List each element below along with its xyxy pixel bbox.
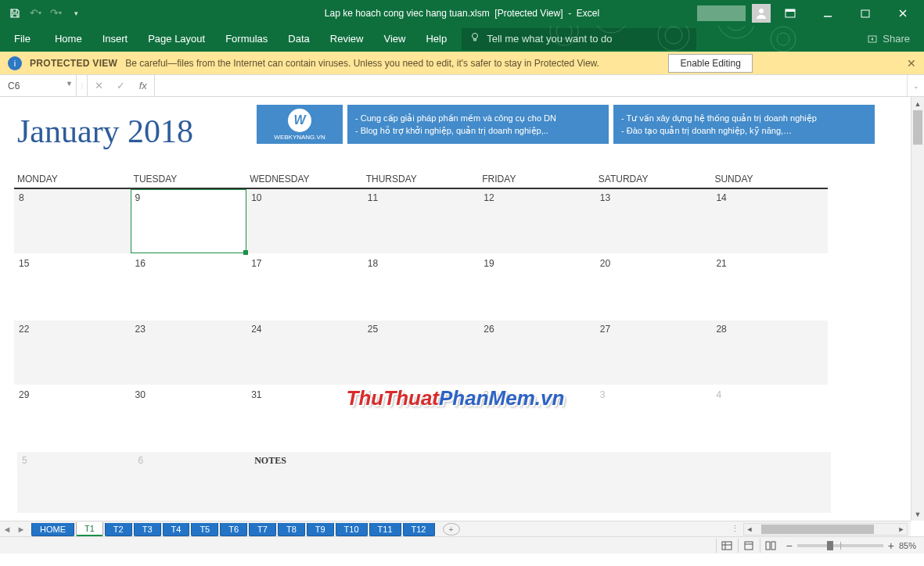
vertical-scrollbar[interactable]: ▲ ▼: [911, 97, 924, 521]
tell-me-search[interactable]: [462, 28, 696, 50]
zoom-level[interactable]: 85%: [899, 541, 916, 550]
close-button[interactable]: [885, 0, 921, 26]
calendar-cell[interactable]: 4: [711, 386, 828, 450]
name-box[interactable]: C6 ▼: [0, 75, 77, 96]
calendar-cell[interactable]: 15: [14, 255, 131, 319]
sheet-tab-home[interactable]: HOME: [31, 523, 74, 536]
calendar-cell[interactable]: 20: [595, 255, 712, 319]
sheet-tab[interactable]: T6: [220, 523, 247, 536]
zoom-thumb[interactable]: [827, 541, 833, 550]
sheet-tab[interactable]: T8: [278, 523, 305, 536]
scroll-right-button[interactable]: ►: [896, 525, 907, 533]
worksheet-content[interactable]: January 2018 W WEBKYNANG.VN - Cung cấp g…: [0, 97, 911, 521]
calendar-cell[interactable]: 1: [363, 386, 480, 450]
tell-me-input[interactable]: [487, 33, 689, 45]
notes-label[interactable]: NOTES: [250, 452, 831, 513]
calendar-cell[interactable]: 25: [363, 321, 480, 385]
tab-home[interactable]: Home: [45, 26, 92, 52]
calendar-cell[interactable]: 2: [479, 386, 595, 450]
page-layout-view-button[interactable]: [738, 539, 760, 553]
shield-info-icon: i: [8, 56, 22, 70]
sheet-tab[interactable]: T10: [336, 523, 368, 536]
close-warning-button[interactable]: ✕: [907, 57, 916, 70]
sheet-tab[interactable]: T4: [163, 523, 190, 536]
cancel-formula-button[interactable]: ✕: [91, 80, 106, 91]
sheet-tab-active[interactable]: T1: [76, 522, 103, 536]
calendar-cell[interactable]: 28: [711, 321, 828, 385]
calendar-cell[interactable]: 10: [246, 189, 363, 253]
qat-customize-button[interactable]: ▾: [67, 5, 84, 22]
tab-review[interactable]: Review: [320, 26, 374, 52]
maximize-button[interactable]: [847, 0, 883, 26]
sheet-tab[interactable]: T12: [403, 523, 435, 536]
zoom-in-button[interactable]: +: [888, 539, 894, 552]
calendar-cell[interactable]: 21: [711, 255, 828, 319]
calendar-cell[interactable]: 30: [131, 386, 247, 450]
horizontal-scrollbar[interactable]: ◄ ►: [743, 523, 908, 536]
scroll-track[interactable]: [911, 110, 924, 507]
calendar-cell[interactable]: 27: [595, 321, 712, 385]
promo-logo: W WEBKYNANG.VN: [257, 105, 343, 144]
calendar-cell[interactable]: 22: [14, 321, 131, 385]
sheet-tab[interactable]: T3: [134, 523, 161, 536]
zoom-slider[interactable]: [797, 544, 883, 547]
ribbon-display-options-button[interactable]: [772, 0, 808, 26]
calendar-cell[interactable]: 26: [479, 321, 595, 385]
scroll-thumb[interactable]: [913, 110, 922, 145]
name-box-splitter[interactable]: ⋮: [77, 75, 88, 96]
calendar-cell[interactable]: 31: [246, 386, 363, 450]
calendar-cell[interactable]: 3: [595, 386, 712, 450]
sheet-tab[interactable]: T7: [249, 523, 276, 536]
minimize-button[interactable]: [810, 0, 846, 26]
calendar-cell[interactable]: 11: [363, 189, 480, 253]
user-name-placeholder[interactable]: [697, 5, 746, 21]
sheet-tab[interactable]: T2: [105, 523, 132, 536]
enable-editing-button[interactable]: Enable Editing: [668, 54, 752, 73]
zoom-out-button[interactable]: −: [786, 539, 793, 552]
tab-file[interactable]: File: [0, 26, 45, 52]
normal-view-button[interactable]: [716, 539, 738, 553]
tab-options-button[interactable]: ⋮: [726, 524, 743, 534]
calendar-cell[interactable]: 19: [479, 255, 595, 319]
calendar-cell[interactable]: 17: [246, 255, 363, 319]
scroll-up-button[interactable]: ▲: [911, 97, 924, 110]
chevron-down-icon[interactable]: ▼: [66, 80, 73, 88]
calendar-week-row: 29 30 31 1 2 3 4: [14, 386, 828, 452]
calendar-cell[interactable]: 12: [479, 189, 595, 253]
tab-page-layout[interactable]: Page Layout: [138, 26, 215, 52]
sheet-tab[interactable]: T11: [369, 523, 401, 536]
tab-scroll-left-button[interactable]: ◄: [0, 525, 14, 534]
calendar-cell[interactable]: 14: [711, 189, 828, 253]
tab-insert[interactable]: Insert: [92, 26, 138, 52]
tab-view[interactable]: View: [373, 26, 415, 52]
insert-function-button[interactable]: fx: [135, 80, 151, 91]
tab-help[interactable]: Help: [415, 26, 457, 52]
calendar-cell[interactable]: 13: [595, 189, 712, 253]
scroll-thumb[interactable]: [761, 525, 874, 534]
calendar-cell[interactable]: 18: [363, 255, 480, 319]
calendar-cell[interactable]: 23: [131, 321, 247, 385]
enter-formula-button[interactable]: ✓: [113, 80, 128, 91]
undo-button[interactable]: ↶▾: [27, 5, 44, 22]
expand-formula-bar-button[interactable]: ⌄: [907, 75, 924, 96]
scroll-down-button[interactable]: ▼: [911, 507, 924, 521]
sheet-tab[interactable]: T9: [307, 523, 334, 536]
new-sheet-button[interactable]: +: [443, 523, 460, 536]
calendar-cell-selected[interactable]: 9: [131, 189, 247, 253]
calendar-cell[interactable]: 16: [131, 255, 247, 319]
calendar-cell[interactable]: 6: [134, 452, 250, 513]
calendar-cell[interactable]: 24: [246, 321, 363, 385]
save-button[interactable]: [6, 5, 23, 22]
scroll-left-button[interactable]: ◄: [744, 525, 755, 533]
sheet-tab[interactable]: T5: [191, 523, 218, 536]
calendar-cell[interactable]: 8: [14, 189, 131, 253]
redo-button[interactable]: ↷▾: [47, 5, 64, 22]
calendar-cell[interactable]: 5: [17, 452, 134, 513]
tab-scroll-right-button[interactable]: ►: [14, 525, 28, 534]
calendar-cell[interactable]: 29: [14, 386, 131, 450]
page-break-view-button[interactable]: [760, 539, 782, 553]
tab-data[interactable]: Data: [278, 26, 319, 52]
tab-formulas[interactable]: Formulas: [215, 26, 278, 52]
user-avatar[interactable]: [752, 4, 771, 23]
share-button[interactable]: Share: [867, 33, 924, 45]
